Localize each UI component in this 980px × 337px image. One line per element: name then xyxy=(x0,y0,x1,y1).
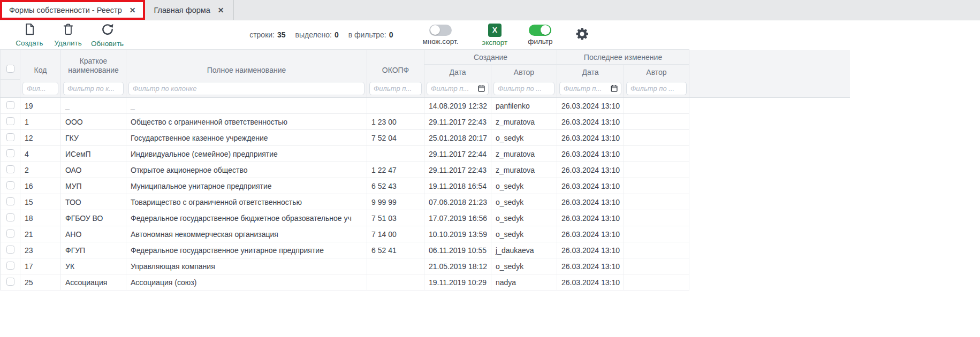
filter-toggle[interactable] xyxy=(529,25,551,36)
tab-close-icon[interactable]: ✕ xyxy=(130,6,136,14)
export-button[interactable]: X экспорт xyxy=(482,24,507,47)
row-spacer-cell xyxy=(689,226,850,242)
row-checkbox[interactable] xyxy=(6,165,14,173)
cell-short-name: ФГУП xyxy=(61,242,126,258)
tab-label: Главная форма xyxy=(154,6,210,14)
group-header-creation: Создание xyxy=(424,50,557,65)
calendar-icon[interactable] xyxy=(610,85,618,93)
table-row[interactable]: 15 ТОО Товарищество с ограниченной ответ… xyxy=(1,194,850,210)
column-header-code[interactable]: Код xyxy=(20,50,61,80)
table-row[interactable]: 2 ОАО Открытое акционерное общество 1 22… xyxy=(1,162,850,178)
cell-okopf: 7 51 03 xyxy=(367,210,424,226)
multisort-toggle-group: множ.сорт. xyxy=(422,25,458,45)
cell-okopf: 1 22 47 xyxy=(367,162,424,178)
table-row[interactable]: 23 ФГУП Федеральное государственное унит… xyxy=(1,242,850,258)
cell-full-name: Ассоциация (союз) xyxy=(126,274,367,290)
cell-okopf: 1 23 00 xyxy=(367,114,424,130)
excel-export-icon[interactable]: X xyxy=(488,24,502,37)
cell-created-date: 21.05.2019 18:12 xyxy=(424,258,491,274)
column-header-full-name[interactable]: Полное наименование xyxy=(126,50,367,80)
row-counters: строки:35 выделено:0 в фильтре:0 xyxy=(249,30,393,39)
table-row[interactable]: 12 ГКУ Государственное казенное учрежден… xyxy=(1,130,850,146)
column-header-created-date[interactable]: Дата xyxy=(424,65,491,80)
cell-short-name: ООО xyxy=(61,114,126,130)
cell-code: 17 xyxy=(20,258,61,274)
create-button[interactable]: Создать xyxy=(14,22,45,47)
column-header-short-name[interactable]: Краткое наименование xyxy=(61,50,126,80)
table-row[interactable]: 16 МУП Муниципальное унитарное предприят… xyxy=(1,178,850,194)
cell-full-name: Автономная некоммерческая организация xyxy=(126,226,367,242)
row-checkbox[interactable] xyxy=(6,278,14,286)
cell-created-author: z_muratova xyxy=(491,146,557,162)
multisort-toggle[interactable] xyxy=(429,25,452,36)
cell-full-name: Федеральное государственное унитарное пр… xyxy=(126,242,367,258)
table-row[interactable]: 4 ИСемП Индивидуальное (семейное) предпр… xyxy=(1,146,850,162)
code-filter-input[interactable] xyxy=(22,82,58,95)
tab-bar: Формы собственности - Реестр ✕ Главная ф… xyxy=(0,0,980,20)
cell-modified-date: 26.03.2024 13:10 xyxy=(557,258,624,274)
row-spacer-cell xyxy=(689,162,850,178)
filter-cell-short-name xyxy=(61,80,126,98)
row-spacer-cell xyxy=(689,258,850,274)
filter-cell-okopf xyxy=(367,80,424,98)
cell-modified-author xyxy=(624,226,689,242)
row-spacer-cell xyxy=(689,130,850,146)
toggle-knob xyxy=(541,25,550,35)
full-name-filter-input[interactable] xyxy=(128,82,364,95)
row-spacer-cell xyxy=(689,274,850,290)
filter-toggle-label: фильтр xyxy=(528,37,552,45)
cell-created-author: j_daukaeva xyxy=(491,242,557,258)
row-spacer-cell xyxy=(689,114,850,130)
row-checkbox[interactable] xyxy=(6,229,14,238)
row-checkbox[interactable] xyxy=(6,117,14,125)
column-header-modified-date[interactable]: Дата xyxy=(557,65,624,80)
row-spacer-cell xyxy=(689,146,850,162)
row-checkbox[interactable] xyxy=(6,213,14,221)
column-header-okopf[interactable]: ОКОПФ xyxy=(367,50,424,80)
table-row[interactable]: 25 Ассоциация Ассоциация (союз) 19.11.20… xyxy=(1,274,850,290)
table-row[interactable]: 1 ООО Общество с ограниченной ответствен… xyxy=(1,114,850,130)
row-checkbox[interactable] xyxy=(6,149,14,157)
tab-close-icon[interactable]: ✕ xyxy=(218,6,224,14)
row-checkbox[interactable] xyxy=(6,133,14,141)
row-checkbox-cell xyxy=(1,162,20,178)
column-header-modified-author[interactable]: Автор xyxy=(624,65,689,80)
settings-button[interactable] xyxy=(575,27,589,43)
cell-okopf xyxy=(367,274,424,290)
select-all-checkbox[interactable] xyxy=(6,65,14,73)
column-header-created-author[interactable]: Автор xyxy=(491,65,557,80)
cell-okopf xyxy=(367,98,424,114)
modified-author-filter-input[interactable] xyxy=(626,82,687,95)
cell-full-name: Общество с ограниченной ответственностью xyxy=(126,114,367,130)
export-label: экспорт xyxy=(482,39,507,47)
cell-full-name: Муниципальное унитарное предприятие xyxy=(126,178,367,194)
cell-short-name: МУП xyxy=(61,178,126,194)
row-checkbox[interactable] xyxy=(6,262,14,270)
cell-modified-date: 26.03.2024 13:10 xyxy=(557,194,624,210)
row-checkbox[interactable] xyxy=(6,246,14,254)
table-row[interactable]: 19 _ _ 14.08.2019 12:32 panfilenko 26.03… xyxy=(1,98,850,114)
table-row[interactable]: 18 ФГБОУ ВО Федеральное государственное … xyxy=(1,210,850,226)
selected-counter: выделено:0 xyxy=(295,30,339,39)
rows-counter: строки:35 xyxy=(249,30,285,39)
table-row[interactable]: 21 АНО Автономная некоммерческая организ… xyxy=(1,226,850,242)
row-checkbox-cell xyxy=(1,210,20,226)
short-name-filter-input[interactable] xyxy=(63,82,124,95)
tab-forms-of-ownership[interactable]: Формы собственности - Реестр ✕ xyxy=(0,0,145,20)
cell-code: 18 xyxy=(20,210,61,226)
cell-code: 15 xyxy=(20,194,61,210)
select-all-cell xyxy=(1,50,20,80)
cell-modified-author xyxy=(624,242,689,258)
tab-main-form[interactable]: Главная форма ✕ xyxy=(145,0,234,20)
row-checkbox[interactable] xyxy=(6,197,14,205)
refresh-button[interactable]: Обновить xyxy=(91,22,124,48)
cell-created-author: panfilenko xyxy=(491,98,557,114)
row-checkbox-cell xyxy=(1,98,20,114)
table-row[interactable]: 17 УК Управляющая компания 21.05.2019 18… xyxy=(1,258,850,274)
calendar-icon[interactable] xyxy=(477,85,485,93)
okopf-filter-input[interactable] xyxy=(369,82,422,95)
delete-button[interactable]: Удалить xyxy=(52,22,83,47)
row-checkbox[interactable] xyxy=(6,101,14,109)
row-checkbox[interactable] xyxy=(6,181,14,189)
created-author-filter-input[interactable] xyxy=(493,82,554,95)
